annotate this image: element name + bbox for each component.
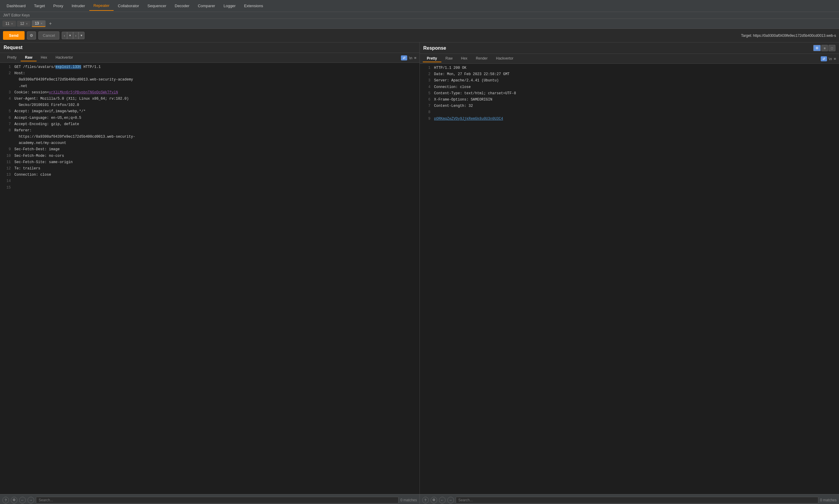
request-line-20: 15 — [0, 185, 420, 191]
tab-11[interactable]: 11 × — [2, 21, 16, 26]
response-line-8: 8 — [420, 109, 839, 115]
response-match-count: 0 matches — [820, 498, 837, 502]
nav-target[interactable]: Target — [30, 1, 49, 11]
response-line-2: 2 Date: Mon, 27 Feb 2023 22:58:27 GMT — [420, 71, 839, 77]
response-tab-hackvertor[interactable]: Hackvertor — [492, 55, 517, 62]
request-panel-header: Request — [0, 42, 420, 53]
settings-button[interactable]: ⚙ — [27, 32, 36, 39]
request-tab-pretty[interactable]: Pretty — [3, 54, 21, 61]
view-btn-list[interactable]: ≡ — [821, 45, 828, 51]
response-line-7: 7 Content-Length: 32 — [420, 103, 839, 109]
tab-13-close[interactable]: × — [41, 22, 42, 25]
request-search-input[interactable] — [36, 497, 398, 503]
tab-13[interactable]: 13 × — [32, 20, 45, 27]
response-tab-raw[interactable]: Raw — [441, 55, 457, 62]
main-panels: Request Pretty Raw Hex Hackvertor ⇄ \n ≡… — [0, 42, 839, 494]
request-settings-button[interactable]: ⚙ — [11, 497, 17, 503]
request-bottom-bar: ? ⚙ ← → 0 matches — [0, 494, 420, 504]
nav-logger[interactable]: Logger — [219, 1, 240, 11]
request-tab-hackvertor[interactable]: Hackvertor — [51, 54, 77, 61]
response-help-button[interactable]: ? — [422, 497, 429, 503]
response-panel: Response ⊞ ≡ □ Pretty Raw Hex Render Hac… — [420, 42, 839, 494]
request-line-14: 9 Sec-Fetch-Dest: image — [0, 146, 420, 152]
nav-sequencer[interactable]: Sequencer — [143, 1, 171, 11]
request-line-6: 4 User-Agent: Mozilla/5.0 (X11; Linux x8… — [0, 96, 420, 102]
request-line-16: 11 Sec-Fetch-Site: same-origin — [0, 159, 420, 165]
request-line-4: .net — [0, 83, 420, 89]
request-line-8: 5 Accept: image/avif,image/webp,*/* — [0, 108, 420, 115]
request-icon-newline[interactable]: \n — [409, 56, 412, 60]
request-match-count: 0 matches — [400, 498, 417, 502]
request-line-13: academy.net/my-account — [0, 140, 420, 146]
prev-dropdown[interactable]: ▾ — [67, 32, 73, 39]
response-search-input[interactable] — [456, 497, 818, 503]
response-line-1: 1 HTTP/1.1 200 OK — [420, 65, 839, 71]
response-icon-wrap[interactable]: ⇄ — [821, 56, 827, 61]
nav-proxy[interactable]: Proxy — [49, 1, 67, 11]
request-icon-menu[interactable]: ≡ — [414, 56, 416, 60]
request-line-11: 8 Referer: — [0, 127, 420, 134]
request-line-15: 10 Sec-Fetch-Mode: no-cors — [0, 153, 420, 159]
request-sub-tabs: Pretty Raw Hex Hackvertor ⇄ \n ≡ — [0, 53, 420, 63]
request-back-button[interactable]: ← — [19, 497, 26, 503]
view-btn-grid[interactable]: ⊞ — [813, 45, 821, 51]
request-title: Request — [4, 45, 22, 50]
request-tab-raw[interactable]: Raw — [21, 54, 37, 61]
response-settings-button[interactable]: ⚙ — [431, 497, 437, 503]
response-forward-button[interactable]: → — [447, 497, 454, 503]
response-back-button[interactable]: ← — [439, 497, 446, 503]
nav-arrows: ‹ ▾ › ▾ — [62, 32, 84, 39]
response-tab-render[interactable]: Render — [472, 55, 492, 62]
response-tab-hex[interactable]: Hex — [457, 55, 472, 62]
request-tab-hex[interactable]: Hex — [37, 54, 51, 61]
nav-repeater[interactable]: Repeater — [89, 1, 114, 11]
view-btn-box[interactable]: □ — [828, 45, 835, 51]
request-line-19: 14 — [0, 178, 420, 184]
request-line-17: 12 Te: trailers — [0, 165, 420, 172]
cancel-button[interactable]: Cancel — [38, 32, 59, 39]
request-line-3: 0a9300af0439fe9ec172d5b400cd0013.web-sec… — [0, 77, 420, 83]
sub-header: JWT Editor Keys — [0, 12, 839, 19]
request-line-9: 6 Accept-Language: en-US,en;q=0.5 — [0, 115, 420, 121]
tab-12-close[interactable]: × — [26, 22, 28, 25]
request-icon-wrap[interactable]: ⇄ — [401, 55, 407, 60]
request-line-2: 2 Host: — [0, 70, 420, 77]
response-line-6: 6 X-Frame-Options: SAMEORIGIN — [420, 97, 839, 103]
bottom-bar: ? ⚙ ← → 0 matches ? ⚙ ← → 0 matches — [0, 494, 839, 504]
request-line-10: 7 Accept-Encoding: gzip, deflate — [0, 121, 420, 127]
nav-comparer[interactable]: Comparer — [193, 1, 219, 11]
response-code-area[interactable]: 1 HTTP/1.1 200 OK 2 Date: Mon, 27 Feb 20… — [420, 64, 839, 494]
response-panel-header: Response ⊞ ≡ □ — [420, 42, 839, 54]
response-line-5: 5 Content-Type: text/html; charset=UTF-8 — [420, 90, 839, 97]
response-title: Response — [423, 46, 446, 51]
request-line-12: https://0a9300af0439fe9ec172d5b400cd0013… — [0, 134, 420, 140]
send-button[interactable]: Send — [3, 31, 24, 40]
nav-dashboard[interactable]: Dashboard — [2, 1, 30, 11]
request-line-1: 1 GET /files/avatars/exploit.l33t HTTP/1… — [0, 64, 420, 70]
nav-extensions[interactable]: Extensions — [240, 1, 267, 11]
top-navigation: Dashboard Target Proxy Intruder Repeater… — [0, 0, 839, 12]
view-mode-buttons: ⊞ ≡ □ — [813, 45, 835, 51]
tab-12[interactable]: 12 × — [17, 21, 31, 26]
nav-intruder[interactable]: Intruder — [67, 1, 89, 11]
tab-11-close[interactable]: × — [11, 22, 13, 25]
request-help-button[interactable]: ? — [2, 497, 9, 503]
response-line-9: 9 pORKmqZeZVOy9JjkRemGk8u0U3n0U3C4 — [420, 116, 839, 122]
request-forward-button[interactable]: → — [28, 497, 34, 503]
nav-decoder[interactable]: Decoder — [171, 1, 193, 11]
response-tab-pretty[interactable]: Pretty — [423, 55, 441, 62]
tabs-row: 11 × 12 × 13 × + — [0, 19, 839, 29]
response-sub-tabs: Pretty Raw Hex Render Hackvertor ⇄ \n ≡ — [420, 54, 839, 64]
next-dropdown[interactable]: ▾ — [79, 32, 85, 39]
request-code-area[interactable]: 1 GET /files/avatars/exploit.l33t HTTP/1… — [0, 63, 420, 494]
request-panel: Request Pretty Raw Hex Hackvertor ⇄ \n ≡… — [0, 42, 420, 494]
next-arrow[interactable]: › — [73, 32, 79, 39]
nav-collaborator[interactable]: Collaborator — [114, 1, 143, 11]
prev-arrow[interactable]: ‹ — [62, 32, 67, 39]
response-icon-menu[interactable]: ≡ — [834, 57, 836, 61]
response-icon-newline[interactable]: \n — [829, 57, 832, 61]
tab-add-button[interactable]: + — [47, 20, 54, 27]
sub-header-label: JWT Editor Keys — [3, 13, 30, 17]
request-line-18: 13 Connection: close — [0, 172, 420, 178]
response-line-4: 4 Connection: close — [420, 84, 839, 90]
